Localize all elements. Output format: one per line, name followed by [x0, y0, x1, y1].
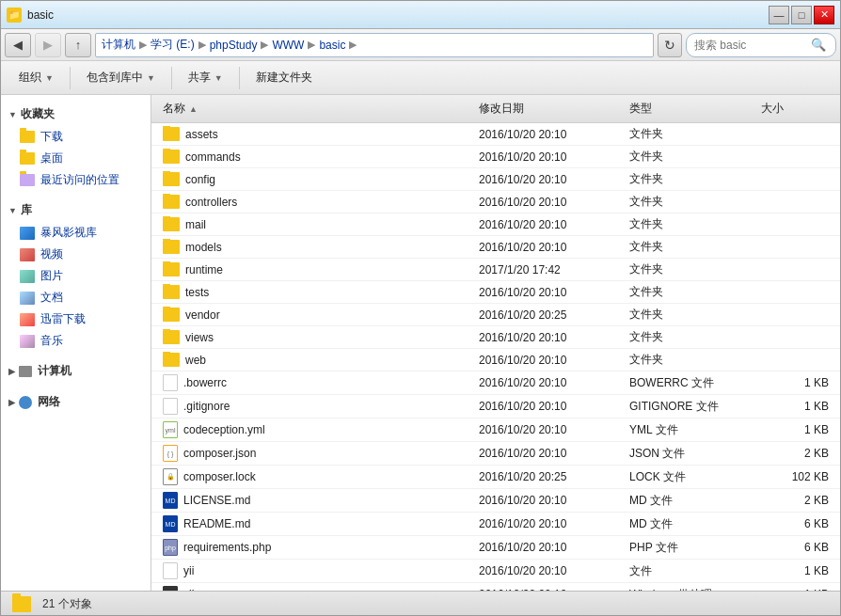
file-name-cell: yml codeception.yml [159, 420, 475, 439]
organize-dropdown-arrow: ▼ [45, 73, 54, 83]
folder-icon [163, 217, 180, 231]
file-row[interactable]: assets 2016/10/20 20:10 文件夹 [151, 123, 840, 146]
file-row[interactable]: .bowerrc 2016/10/20 20:10 BOWERRC 文件 1 K… [151, 371, 840, 395]
network-header[interactable]: ▶ 网络 [1, 390, 151, 414]
path-seg-phpstudy[interactable]: phpStudy [210, 39, 258, 52]
include-library-button[interactable]: 包含到库中 ▼ [76, 65, 166, 91]
share-dropdown-arrow: ▼ [214, 73, 223, 83]
json-icon: { } [163, 445, 178, 462]
file-row[interactable]: controllers 2016/10/20 20:10 文件夹 [151, 191, 840, 213]
file-row[interactable]: tests 2016/10/20 20:10 文件夹 [151, 281, 840, 304]
file-row[interactable]: config 2016/10/20 20:10 文件夹 [151, 168, 840, 191]
sidebar-item-recent[interactable]: 最近访问的位置 [1, 169, 151, 191]
file-row[interactable]: models 2016/10/20 20:10 文件夹 [151, 236, 840, 259]
file-size [757, 246, 833, 248]
file-modified: 2016/10/20 20:25 [475, 469, 626, 484]
php-icon: php [163, 539, 178, 556]
file-row[interactable]: 🔒 composer.lock 2016/10/20 20:25 LOCK 文件… [151, 466, 840, 489]
minimize-button[interactable]: — [769, 6, 789, 24]
forward-button[interactable]: ▶ [35, 33, 61, 57]
col-modified[interactable]: 修改日期 [475, 99, 626, 118]
col-size[interactable]: 大小 [757, 99, 833, 118]
maximize-button[interactable]: □ [791, 6, 812, 24]
file-size [757, 201, 833, 203]
file-name-cell: MD LICENSE.md [159, 491, 475, 510]
new-folder-button[interactable]: 新建文件夹 [246, 65, 323, 91]
sidebar-item-music[interactable]: 音乐 [1, 330, 151, 352]
computer-label: 计算机 [38, 363, 71, 379]
file-row[interactable]: web 2016/10/20 20:10 文件夹 [151, 349, 840, 371]
desktop-folder-icon [20, 152, 35, 165]
sidebar-item-docs[interactable]: 文档 [1, 287, 151, 308]
folder-icon [163, 262, 180, 276]
file-row[interactable]: views 2016/10/20 20:10 文件夹 [151, 326, 840, 349]
titlebar-controls: — □ ✕ [769, 6, 834, 24]
computer-collapse-icon: ▶ [8, 367, 15, 376]
path-seg-basic[interactable]: basic [319, 39, 345, 52]
file-row[interactable]: MD README.md 2016/10/20 20:10 MD 文件 6 KB [151, 513, 840, 536]
addressbar: ◀ ▶ ↑ 计算机 ▶ 学习 (E:) ▶ phpStudy ▶ WWW ▶ b… [1, 29, 840, 61]
back-button[interactable]: ◀ [5, 33, 31, 57]
organize-button[interactable]: 组织 ▼ [8, 65, 64, 91]
favorites-section: ▼ 收藏夹 下载 桌面 最近访问的位置 [1, 103, 151, 191]
folder-icon [163, 285, 180, 299]
computer-header[interactable]: ▶ 计算机 [1, 359, 151, 383]
sidebar-item-pictures[interactable]: 图片 [1, 265, 151, 287]
file-row[interactable]: yii 2016/10/20 20:10 文件 1 KB [151, 560, 840, 583]
sidebar-item-thunder-label: 迅雷下载 [40, 311, 86, 327]
col-type[interactable]: 类型 [626, 99, 757, 118]
file-row[interactable]: mail 2016/10/20 20:10 文件夹 [151, 213, 840, 236]
file-size: 1 KB [757, 422, 833, 437]
search-bar[interactable]: 🔍 [686, 33, 836, 57]
sidebar-item-download[interactable]: 下载 [1, 126, 151, 148]
toolbar-sep-1 [70, 67, 71, 89]
file-list-header: 名称 ▲ 修改日期 类型 大小 [151, 95, 840, 123]
file-name-cell: assets [159, 126, 475, 142]
file-row[interactable]: MD LICENSE.md 2016/10/20 20:10 MD 文件 2 K… [151, 489, 840, 513]
file-name-cell: php requirements.php [159, 538, 475, 557]
search-input[interactable] [694, 39, 807, 52]
file-icon [163, 398, 178, 415]
refresh-button[interactable]: ↻ [658, 33, 682, 57]
network-section: ▶ 网络 [1, 390, 151, 414]
library-header[interactable]: ▼ 库 [1, 198, 151, 222]
folder-icon [163, 330, 180, 344]
sidebar-item-thunder[interactable]: 迅雷下载 [1, 308, 151, 330]
file-row[interactable]: { } composer.json 2016/10/20 20:10 JSON … [151, 442, 840, 466]
close-button[interactable]: ✕ [814, 6, 834, 24]
path-seg-www[interactable]: WWW [272, 39, 304, 52]
file-size [757, 179, 833, 181]
file-size: 1 KB [757, 399, 833, 414]
search-icon: 🔍 [811, 38, 826, 52]
sidebar-item-desktop[interactable]: 桌面 [1, 148, 151, 169]
file-row[interactable]: yml codeception.yml 2016/10/20 20:10 YML… [151, 419, 840, 442]
file-size [757, 134, 833, 135]
file-type: 文件夹 [626, 193, 757, 211]
file-modified: 2016/10/20 20:10 [475, 563, 626, 578]
file-row[interactable]: vendor 2016/10/20 20:25 文件夹 [151, 304, 840, 326]
file-type: 文件夹 [626, 328, 757, 346]
titlebar: 📁 basic — □ ✕ [1, 1, 840, 29]
path-seg-e[interactable]: 学习 (E:) [151, 37, 195, 53]
share-button[interactable]: 共享 ▼ [178, 65, 233, 91]
file-type: JSON 文件 [626, 445, 757, 463]
file-type: YML 文件 [626, 421, 757, 439]
file-type: BOWERRC 文件 [626, 374, 757, 392]
file-name-cell: .bowerrc [159, 373, 475, 392]
file-row[interactable]: runtime 2017/1/20 17:42 文件夹 [151, 259, 840, 281]
path-seg-computer[interactable]: 计算机 [102, 37, 135, 53]
file-row[interactable]: bat yii 2016/10/20 20:10 Windows 批处理... … [151, 583, 840, 591]
recent-folder-icon [20, 174, 35, 186]
sidebar-item-video[interactable]: 视频 [1, 244, 151, 265]
file-row[interactable]: php requirements.php 2016/10/20 20:10 PH… [151, 536, 840, 560]
col-name[interactable]: 名称 ▲ [159, 99, 475, 118]
file-row[interactable]: commands 2016/10/20 20:10 文件夹 [151, 146, 840, 168]
file-name: web [185, 354, 206, 367]
favorites-header[interactable]: ▼ 收藏夹 [1, 103, 151, 126]
path-bar[interactable]: 计算机 ▶ 学习 (E:) ▶ phpStudy ▶ WWW ▶ basic ▶ [95, 33, 654, 57]
status-count: 21 个对象 [42, 596, 92, 612]
sidebar-item-media[interactable]: 暴风影视库 [1, 222, 151, 244]
up-button[interactable]: ↑ [65, 33, 91, 57]
file-row[interactable]: .gitignore 2016/10/20 20:10 GITIGNORE 文件… [151, 395, 840, 419]
network-collapse-icon: ▶ [8, 398, 15, 407]
